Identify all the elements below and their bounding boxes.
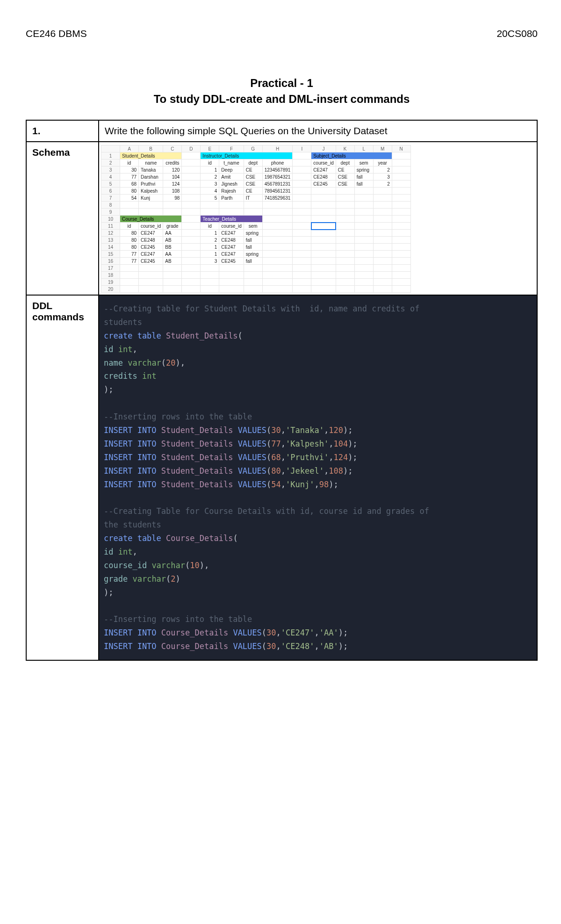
header-left: CE246 DBMS (26, 28, 87, 39)
code-cell: --Creating table for Student Details wit… (99, 295, 537, 660)
spreadsheet: A B C D E F G H I J K L M (101, 145, 535, 293)
schema-cell: A B C D E F G H I J K L M (99, 142, 537, 295)
header-right: 20CS080 (496, 28, 538, 39)
main-table: 1. Write the following simple SQL Querie… (26, 120, 538, 661)
doc-title: Practical - 1 (26, 77, 538, 90)
question-text: Write the following simple SQL Queries o… (99, 120, 537, 142)
page-header: CE246 DBMS 20CS080 (26, 28, 538, 39)
selected-cell[interactable] (311, 223, 336, 230)
sql-code-block: --Creating table for Student Details wit… (99, 296, 537, 660)
ddl-label: DDL commands (26, 295, 99, 660)
schema-label: Schema (26, 142, 99, 295)
question-number: 1. (26, 120, 99, 142)
doc-subtitle: To study DDL-create and DML-insert comma… (26, 93, 538, 106)
document-page: CE246 DBMS 20CS080 Practical - 1 To stud… (0, 0, 561, 924)
